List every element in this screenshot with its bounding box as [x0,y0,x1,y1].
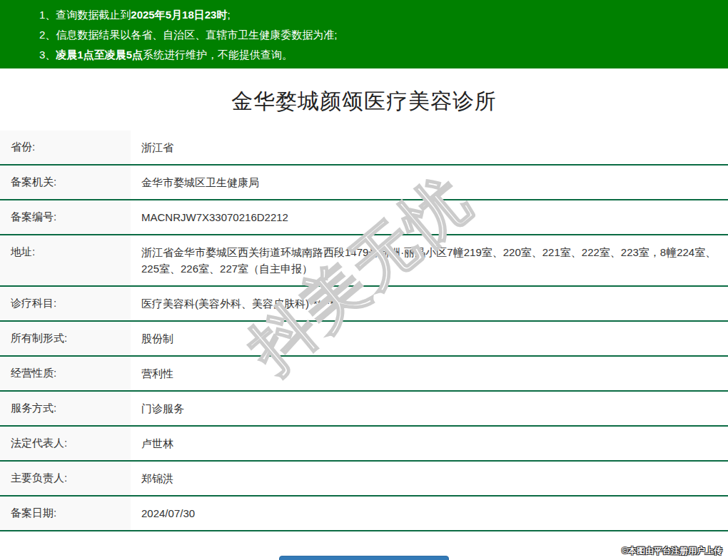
row-label: 备案机关: [0,166,131,199]
notice-line-1: 1、查询数据截止到2025年5月18日23时; [39,5,721,25]
button-row: 〖关闭窗口〗 [0,556,728,560]
table-row-registration-authority: 备案机关: 金华市婺城区卫生健康局 [0,166,728,200]
row-value: 医疗美容科(美容外科、美容皮肤科)****** [131,287,728,320]
facility-info-table: 省份: 浙江省 备案机关: 金华市婺城区卫生健康局 备案编号: MACNRJW7… [0,131,728,531]
row-value: 卢世林 [131,427,728,460]
row-value: 金华市婺城区卫生健康局 [131,166,728,199]
row-label: 服务方式: [0,392,131,425]
table-row-registration-date: 备案日期: 2024/07/30 [0,497,728,531]
row-value: 营利性 [131,357,728,390]
notice-line-3: 3、凌晨1点至凌晨5点系统进行维护，不能提供查询。 [39,45,721,65]
table-row-address: 地址: 浙江省金华市婺城区西关街道环城南路西段1479号新洲·丽晶小区7幢219… [0,235,728,287]
table-row-registration-number: 备案编号: MACNRJW7X33070216D2212 [0,200,728,235]
table-row-ownership-form: 所有制形式: 股份制 [0,322,728,357]
notice-text-bold: 凌晨1点至凌晨5点 [56,49,143,61]
row-label: 所有制形式: [0,322,131,355]
row-label: 法定代表人: [0,427,131,460]
table-row-province: 省份: 浙江省 [0,131,728,166]
uploader-copyright-note: ©本图由平台注册用户上传 [622,545,722,557]
table-row-legal-representative: 法定代表人: 卢世林 [0,427,728,462]
notice-text: 系统进行维护，不能提供查询。 [143,49,293,61]
notice-text-bold: 2025年5月18日23时 [131,9,227,21]
row-label: 经营性质: [0,357,131,390]
notice-number: 3、 [39,49,56,61]
notice-number: 2、 [39,29,56,41]
row-value: 浙江省 [131,131,728,164]
row-label: 备案日期: [0,497,131,530]
row-value: 股份制 [131,322,728,355]
row-value: 郑锦洪 [131,462,728,495]
notice-text: 信息数据结果以各省、自治区、直辖市卫生健康委数据为准; [56,29,337,41]
notice-text: 查询数据截止到 [56,9,131,21]
notice-banner: 1、查询数据截止到2025年5月18日23时; 2、信息数据结果以各省、自治区、… [0,0,728,68]
row-value: 浙江省金华市婺城区西关街道环城南路西段1479号新洲·丽晶小区7幢219室、22… [131,235,728,285]
close-window-button[interactable]: 〖关闭窗口〗 [279,556,449,560]
notice-line-2: 2、信息数据结果以各省、自治区、直辖市卫生健康委数据为准; [39,25,721,45]
table-row-business-nature: 经营性质: 营利性 [0,357,728,392]
page-title: 金华婺城颜颂医疗美容诊所 [0,87,728,116]
row-label: 省份: [0,131,131,164]
row-label: 地址: [0,235,131,285]
table-row-treatment-subjects: 诊疗科目: 医疗美容科(美容外科、美容皮肤科)****** [0,287,728,322]
table-row-service-mode: 服务方式: 门诊服务 [0,392,728,427]
row-label: 备案编号: [0,200,131,234]
row-value: MACNRJW7X33070216D2212 [131,200,728,234]
row-label: 诊疗科目: [0,287,131,320]
notice-number: 1、 [39,9,56,21]
notice-text: ; [227,9,230,21]
row-value: 门诊服务 [131,392,728,425]
table-row-main-person-in-charge: 主要负责人: 郑锦洪 [0,462,728,497]
row-label: 主要负责人: [0,462,131,495]
row-value: 2024/07/30 [131,497,728,530]
